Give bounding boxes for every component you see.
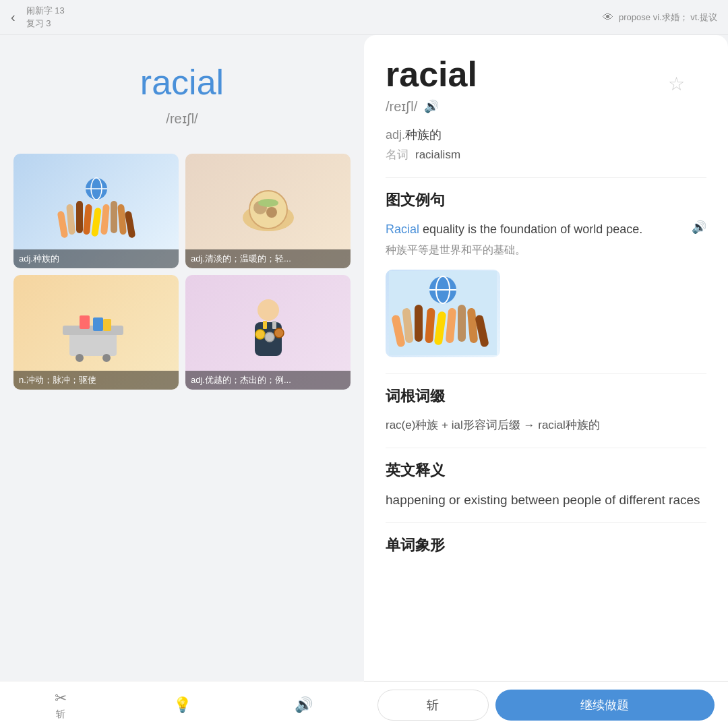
svg-rect-23 [103, 319, 111, 331]
related-label: 名词 [386, 147, 408, 162]
word-shape-section: 单词象形 [386, 535, 706, 555]
nav-sound-icon: 🔊 [295, 696, 313, 714]
word-title-left: racial [140, 62, 224, 102]
example-title: 图文例句 [386, 190, 706, 210]
slash-icon: ✂ [55, 690, 67, 707]
right-panel: ☆ racial /reɪʃl/ 🔊 adj.种族的 名词 racialism … [364, 35, 728, 681]
example-sound-icon[interactable]: 🔊 [692, 220, 706, 235]
svg-rect-9 [111, 201, 117, 233]
svg-point-28 [274, 328, 284, 338]
img-label-4: adj.优越的；杰出的；例... [185, 371, 351, 390]
svg-point-18 [75, 354, 84, 362]
definition-text: happening or existing between people of … [386, 490, 706, 510]
bottom-nav: ✂ 斩 💡 🔊 斩 继续做题 [0, 681, 728, 728]
example-section: 图文例句 Racial equality is the foundation o… [386, 190, 706, 357]
meaning-zh: 种族的 [405, 128, 442, 142]
back-button[interactable]: ‹ [11, 9, 18, 25]
review-label: 复习 3 [26, 18, 65, 30]
svg-point-16 [258, 199, 278, 207]
morpheme-text: rac(e)种族 + ial形容词后缀 → racial种族的 [386, 416, 706, 435]
svg-rect-41 [458, 305, 466, 342]
part-of-speech: adj.种族的 [386, 127, 706, 143]
nav-item-slash[interactable]: ✂ 斩 [0, 690, 121, 721]
example-image [386, 270, 500, 357]
slash-button[interactable]: 斩 [377, 690, 489, 721]
svg-point-15 [266, 207, 277, 218]
propose-text: propose vi.求婚； vt.提议 [619, 11, 717, 24]
example-en: Racial equality is the foundation of wor… [386, 220, 685, 239]
img-label-2: adj.清淡的；温暖的；轻... [185, 249, 351, 268]
morpheme-section: 词根词缀 rac(e)种族 + ial形容词后缀 → racial种族的 [386, 386, 706, 435]
lightbulb-icon: 💡 [173, 696, 191, 714]
definition-title: 英文释义 [386, 460, 706, 481]
example-rest: equality is the foundation of world peac… [419, 222, 642, 236]
img-card-1[interactable]: adj.种族的 [13, 154, 179, 268]
sound-button[interactable]: 🔊 [424, 99, 439, 114]
top-bar: ‹ 闹新字 13 复习 3 👁 propose vi.求婚； vt.提议 [0, 0, 728, 35]
propose-info: 👁 propose vi.求婚； vt.提议 [603, 11, 717, 24]
svg-rect-11 [124, 210, 135, 238]
svg-rect-5 [76, 201, 83, 233]
img-label-3: n.冲动；脉冲；驱使 [13, 371, 179, 390]
image-grid: adj.种族的 adj.清淡的；温暖的；轻... [13, 154, 351, 390]
svg-rect-37 [415, 305, 423, 342]
continue-button[interactable]: 继续做题 [495, 690, 715, 721]
svg-rect-30 [272, 321, 276, 329]
svg-point-24 [257, 299, 279, 321]
example-zh: 种族平等是世界和平的基础。 [386, 243, 706, 257]
svg-point-19 [102, 354, 111, 362]
img-card-3[interactable]: n.冲动；脉冲；驱使 [13, 275, 179, 390]
img-card-2[interactable]: adj.清淡的；温暖的；轻... [185, 154, 351, 268]
img-label-1: adj.种族的 [13, 249, 179, 268]
svg-rect-21 [80, 315, 90, 329]
svg-rect-29 [263, 321, 267, 329]
img-card-4[interactable]: adj.优越的；杰出的；例... [185, 275, 351, 390]
svg-rect-22 [93, 317, 103, 331]
svg-rect-17 [69, 332, 117, 356]
definition-section: 英文释义 happening or existing between peopl… [386, 460, 706, 510]
example-highlight: Racial [386, 222, 419, 236]
slash-label: 斩 [56, 708, 65, 721]
related-word: racialism [415, 148, 460, 162]
word-title-right: racial [386, 54, 706, 94]
course-info: 闹新字 13 复习 3 [26, 5, 65, 29]
phonetic-row: /reɪʃl/ 🔊 [386, 98, 706, 115]
course-label: 闹新字 13 [26, 5, 65, 17]
svg-rect-10 [117, 204, 127, 235]
eye-icon: 👁 [603, 11, 613, 24]
related-word-row: 名词 racialism [386, 147, 706, 162]
phonetic-text: /reɪʃl/ [386, 98, 417, 115]
svg-rect-3 [57, 210, 68, 238]
morpheme-title: 词根词缀 [386, 386, 706, 406]
svg-rect-6 [83, 204, 92, 235]
nav-item-sound[interactable]: 🔊 [243, 696, 364, 714]
svg-rect-7 [90, 208, 101, 237]
nav-item-lightbulb[interactable]: 💡 [121, 696, 243, 714]
svg-rect-8 [100, 204, 110, 235]
pos-label: adj. [386, 128, 405, 142]
svg-rect-4 [66, 204, 75, 235]
phonetic-left: /reɪʃl/ [166, 111, 198, 127]
left-panel: racial /reɪʃl/ [0, 35, 364, 681]
star-icon[interactable]: ☆ [668, 73, 685, 95]
svg-point-26 [255, 330, 265, 339]
word-shape-title: 单词象形 [386, 535, 706, 555]
svg-point-27 [265, 332, 274, 342]
